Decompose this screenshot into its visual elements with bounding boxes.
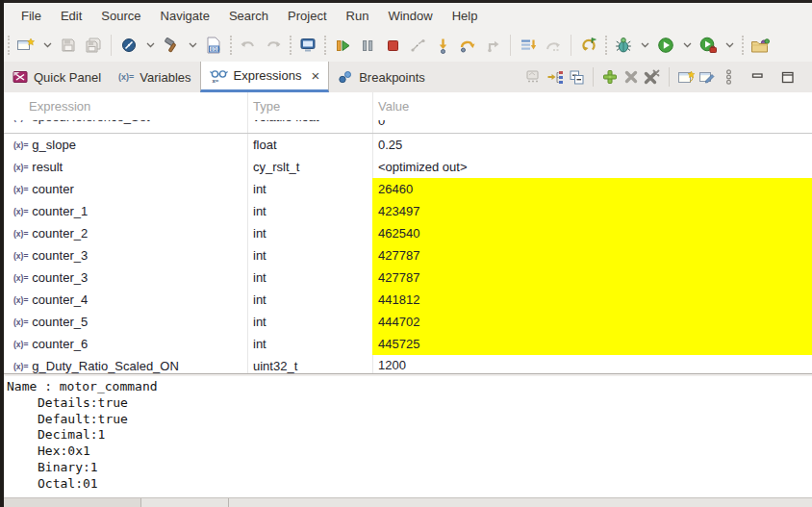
variable-icon: (x)= <box>13 207 28 216</box>
expression-type: int <box>253 248 266 263</box>
chevron-down-icon <box>683 42 692 48</box>
table-row[interactable]: (x)=result cy_rslt_t <optimized out> <box>4 156 812 178</box>
expression-value: 427787 <box>372 266 812 289</box>
open-folder-icon <box>750 38 770 54</box>
edit-expression-button[interactable] <box>697 65 718 89</box>
menu-item-source[interactable]: Source <box>91 5 150 27</box>
new-wizard-menu-button[interactable] <box>38 33 56 58</box>
toolbar-drag-handle[interactable] <box>605 36 607 55</box>
column-header-type[interactable]: Type <box>253 99 280 114</box>
instruction-stepping-button[interactable] <box>516 33 541 58</box>
table-row[interactable]: (x)=counter_6 int 445725 <box>4 333 812 355</box>
table-row[interactable]: (x)=counter int 26460 <box>4 178 812 200</box>
new-wizard-button[interactable] <box>13 33 38 58</box>
table-row[interactable]: (x)=counter_4 int 441812 <box>4 289 812 311</box>
table-row[interactable]: (x)=g_slope float 0.25 <box>4 134 812 156</box>
menu-item-project[interactable]: Project <box>278 5 336 27</box>
view-tab-bar: Quick Panel (x)= Variables x= Expression… <box>4 62 812 93</box>
expression-detail-pane[interactable]: Name : motor_command Details:true Defaul… <box>4 376 812 497</box>
save-all-icon <box>85 37 103 54</box>
toolbar-drag-handle[interactable] <box>324 36 326 55</box>
minimize-button[interactable] <box>747 65 768 89</box>
maximize-button[interactable] <box>777 65 799 89</box>
expression-name: counter_2 <box>32 226 88 241</box>
debug-configuration-button[interactable] <box>116 33 141 58</box>
chevron-down-icon <box>146 42 155 48</box>
expression-name: counter_4 <box>32 292 88 307</box>
binary-file-button[interactable]: 010 <box>201 33 226 58</box>
column-header-value[interactable]: Value <box>378 99 409 114</box>
add-expression-button[interactable] <box>599 65 621 89</box>
toolbar-drag-handle[interactable] <box>8 36 10 55</box>
menu-item-navigate[interactable]: Navigate <box>151 5 219 27</box>
detail-attribute: Decimal:1 <box>4 427 812 444</box>
menu-item-file[interactable]: File <box>12 5 51 27</box>
undo-button[interactable] <box>236 33 261 58</box>
redo-button[interactable] <box>261 33 286 58</box>
column-header-expression[interactable]: Expression <box>29 99 90 114</box>
step-return-button[interactable] <box>480 33 505 58</box>
run-menu-button[interactable] <box>678 33 696 58</box>
open-resource-button[interactable] <box>748 33 773 58</box>
suspend-button[interactable] <box>355 33 380 58</box>
toolbar-drag-handle[interactable] <box>290 36 292 55</box>
breakpoints-icon <box>338 70 353 85</box>
debug-menu-button[interactable] <box>636 33 653 58</box>
step-over-button[interactable] <box>455 33 480 58</box>
build-menu-button[interactable] <box>184 33 201 58</box>
tab-variables[interactable]: (x)= Variables <box>110 62 200 92</box>
expression-type: int <box>253 204 266 218</box>
remove-all-expressions-button[interactable] <box>642 65 663 89</box>
remove-expression-button[interactable] <box>621 65 642 89</box>
save-button[interactable] <box>56 33 81 58</box>
tab-expressions[interactable]: x= Expressions × <box>200 62 330 92</box>
open-console-button[interactable] <box>295 33 320 58</box>
expression-name: counter_6 <box>32 337 88 351</box>
open-new-view-button[interactable] <box>675 65 697 89</box>
table-row[interactable]: (x)=counter_1 int 423497 <box>4 200 812 222</box>
resume-button[interactable] <box>330 33 355 58</box>
build-button[interactable] <box>159 33 184 58</box>
toolbar-drag-handle[interactable] <box>742 36 744 55</box>
variable-icon: (x)= <box>13 362 28 371</box>
debug-configuration-menu-button[interactable] <box>141 33 159 58</box>
menu-item-edit[interactable]: Edit <box>51 5 91 27</box>
collapse-all-icon <box>569 69 585 85</box>
expression-value: 441812 <box>372 289 812 311</box>
collapse-all-button[interactable] <box>566 65 587 89</box>
table-row[interactable]: (x)=counter_3 int 427787 <box>4 244 812 266</box>
profile-button[interactable] <box>696 33 721 58</box>
view-menu-button[interactable] <box>718 65 739 89</box>
disconnect-button[interactable] <box>405 33 430 58</box>
table-row[interactable]: (x)=counter_2 int 462540 <box>4 222 812 244</box>
table-row[interactable]: (x)=g_Duty_Ratio_Scaled_ON uint32_t 1200 <box>4 355 812 373</box>
tab-breakpoints[interactable]: Breakpoints <box>329 62 434 92</box>
table-row[interactable]: (x)=speedReference_Set volatile float 0 <box>4 120 812 134</box>
terminate-button[interactable] <box>380 33 405 58</box>
variable-icon: (x)= <box>13 340 28 349</box>
menu-item-window[interactable]: Window <box>378 5 442 27</box>
close-icon[interactable]: × <box>311 68 319 83</box>
debug-button[interactable] <box>611 33 636 58</box>
table-row[interactable]: (x)=counter_5 int 444702 <box>4 311 812 333</box>
expression-name: g_slope <box>32 138 76 152</box>
table-row[interactable]: (x)=counter_3 int 427787 <box>4 266 812 289</box>
expression-value: 444702 <box>372 311 812 333</box>
show-logical-structures-button[interactable] <box>545 65 566 89</box>
expression-name: counter_3 <box>32 248 88 263</box>
menu-item-search[interactable]: Search <box>219 5 278 27</box>
menu-item-run[interactable]: Run <box>337 5 379 27</box>
run-button[interactable] <box>653 33 678 58</box>
expression-value: 445725 <box>372 333 812 355</box>
drop-to-frame-button[interactable] <box>541 33 566 58</box>
tab-quick-panel[interactable]: Quick Panel <box>4 62 110 92</box>
expression-type: uint32_t <box>253 359 297 373</box>
show-type-names-button[interactable] <box>523 65 545 89</box>
step-into-button[interactable] <box>430 33 455 58</box>
profile-menu-button[interactable] <box>721 33 738 58</box>
save-all-button[interactable] <box>81 33 106 58</box>
menu-item-help[interactable]: Help <box>443 5 488 27</box>
toolbar-drag-handle[interactable] <box>230 36 232 55</box>
restart-button[interactable] <box>576 33 601 58</box>
expression-value: 26460 <box>372 178 812 200</box>
